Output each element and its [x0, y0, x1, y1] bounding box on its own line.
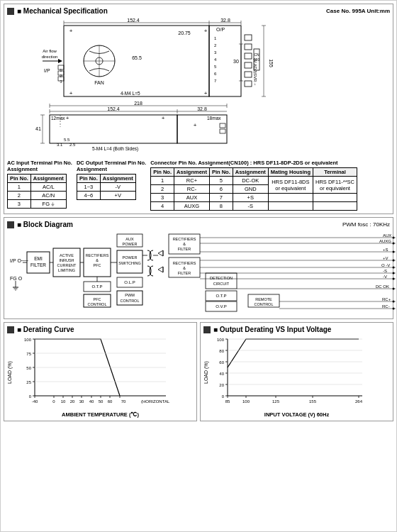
dc-row1-assign: -V	[100, 183, 135, 192]
svg-rect-17	[245, 81, 252, 87]
bd-detect1: DETECTION	[210, 276, 233, 280]
out3: 3	[214, 50, 217, 55]
cn-r4c4: -S	[233, 202, 268, 211]
bd-rect-filt2b: &	[183, 266, 186, 270]
dim-152-4: 152.4	[127, 18, 140, 23]
x40: 40	[89, 399, 94, 404]
out1: 1	[214, 36, 217, 40]
c2x100: 100	[242, 399, 250, 404]
chart1-xlabel: AMBIENT TEMPERATURE (℃)	[7, 411, 194, 418]
x-40: -40	[32, 399, 38, 404]
out6: 6	[214, 72, 217, 76]
page: ■ Mechanical Specification Case No. 995A…	[0, 0, 397, 532]
cn-r1c4: DC-OK	[233, 177, 268, 185]
svg-marker-65	[158, 267, 163, 272]
cn-r2c4: GND	[233, 185, 268, 194]
dim-5-5: 5.5	[64, 138, 70, 142]
cn-th1: Pin No.	[151, 168, 174, 177]
bd-pfc-ctrl2: CONTROL	[88, 302, 107, 306]
cn-th2: Assignment	[174, 168, 210, 177]
hole1: +	[69, 28, 73, 34]
bd-limiting: LIMITING	[58, 268, 75, 272]
dim-3-1: 3.1	[57, 143, 63, 147]
svg-point-78	[393, 251, 395, 253]
block-diagram-svg: I/P O── FG O EMI FILTER ACTIVE INRUSH CU…	[7, 231, 396, 314]
out-rcm: RC-	[382, 304, 390, 309]
chart1-container: LOAD (%) 0 25 50 75 100	[7, 336, 194, 410]
cn-r2c2: RC-	[174, 185, 210, 194]
cn-th3: Pin No.	[209, 168, 233, 177]
svg-point-80	[393, 260, 395, 262]
ac-table-title: AC Input Terminal Pin No.Assignment	[7, 160, 72, 172]
svg-rect-39	[220, 129, 225, 133]
cn-r1c5: HRS DF11-8DSor equivalent	[268, 177, 313, 194]
ac-th1: Pin No.	[8, 174, 31, 183]
dim-155: 155	[269, 59, 274, 67]
ac-table-wrap: AC Input Terminal Pin No.Assignment Pin …	[7, 160, 72, 211]
ac-row3-pin: 3	[8, 200, 31, 209]
derating-chart1-svg: 0 25 50 75 100 -40 0 10	[13, 336, 169, 410]
dim-12max: 12max	[51, 116, 65, 121]
dc-table-title: DC Output Terminal Pin No.Assignment	[77, 160, 146, 172]
ac-row3-assign: FG ⏚	[30, 200, 66, 209]
cn100-label: CN	[254, 52, 259, 57]
dc-table: Pin No.Assignment 1~3-V 4~6+V	[77, 174, 136, 200]
pwm-freq: PWM fosc : 70KHz	[342, 221, 390, 228]
bd-rect-pfc1: RECTIFIERS	[86, 253, 109, 257]
cn-r3c2: AUX	[174, 194, 210, 202]
svg-point-84	[393, 272, 395, 275]
svg-point-90	[393, 301, 395, 303]
dim-32-8-b: 32.8	[197, 106, 207, 111]
y100: 100	[24, 338, 32, 342]
x0: 0	[52, 399, 55, 404]
c2x155: 155	[309, 399, 317, 404]
ip-label: I/P	[44, 68, 50, 73]
derating-header: ■ Derating Curve	[7, 326, 194, 333]
svg-point-88	[393, 288, 395, 290]
cn-r1c2: RC+	[174, 177, 210, 185]
output-derating-sq-icon	[203, 326, 211, 333]
svg-point-74	[393, 237, 395, 239]
dc-th1: Pin No.	[77, 174, 100, 183]
airflow-label2: direction	[42, 55, 58, 59]
airflow-label: Air flow	[43, 49, 57, 53]
dc-row2-assign: +V	[100, 192, 135, 200]
hole4: +	[204, 90, 208, 96]
cn-r4c1: 4	[151, 202, 174, 211]
derating-sq-icon	[7, 326, 14, 333]
ac-row2-pin: 2	[8, 192, 31, 200]
hole3: +	[69, 90, 73, 96]
out-dcok: DC OK	[376, 284, 389, 289]
output-derating-header: ■ Output Derating VS Input Voltage	[203, 326, 390, 333]
output-derating-title: ■ Output Derating VS Input Voltage	[213, 326, 331, 333]
bd-pwm-ctrl2: CONTROL	[121, 299, 140, 303]
dim-30: 30	[233, 59, 239, 64]
cn-r1c1: 1	[151, 177, 174, 185]
bd-remote2: CONTROL	[255, 302, 274, 306]
bd-rect-filt2c: FILTER	[178, 271, 191, 275]
svg-marker-63	[158, 250, 163, 256]
bd-rect-filt1b: &	[183, 242, 186, 246]
c2y0: 0	[222, 394, 225, 399]
connector-table-title: Connector Pin No. Assignment(CN100) : HR…	[150, 160, 390, 166]
bd-rect-filt1a: RECTIFIERS	[173, 237, 196, 241]
x50: 50	[99, 399, 104, 404]
ac-table: Pin No.Assignment 1AC/L 2AC/N 3FG ⏚	[7, 174, 67, 209]
bhole1: +	[66, 115, 69, 121]
ac-th2: Assignment	[30, 174, 66, 183]
cn-r3c1: 3	[151, 194, 174, 202]
block-diagram-section: ■ Block Diagram PWM fosc : 70KHz I/P O──…	[4, 217, 393, 319]
bd-filter: FILTER	[30, 262, 46, 267]
out-mv: -V	[383, 275, 387, 279]
ac-pin2: 2	[60, 74, 62, 78]
dim-18max: 18max	[207, 116, 221, 121]
bd-aux-pwr2: POWER	[123, 242, 138, 246]
dim-32-8-top: 32.8	[220, 18, 230, 23]
chart2-container: LOAD (%) 0 20 40 60 80	[203, 336, 390, 410]
bd-remote1: REMOTE	[255, 297, 272, 301]
dc-th2: Assignment	[100, 174, 135, 183]
bd-pwm-ctrl1: PWM	[125, 293, 135, 297]
dim-65-5: 65.5	[132, 55, 142, 60]
voadjsvr: (V.ADJ)SVR→	[253, 59, 257, 87]
bd-detect2: CIRCUIT	[213, 282, 230, 286]
